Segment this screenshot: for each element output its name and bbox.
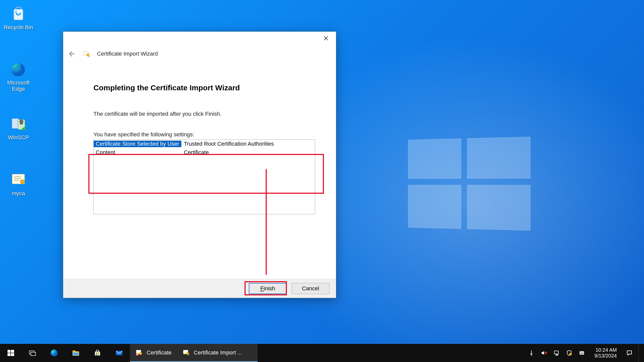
svg-rect-32 (96, 354, 97, 355)
svg-rect-23 (31, 352, 36, 355)
taskbar-pinned-file-explorer[interactable] (65, 344, 87, 362)
finish-button[interactable]: Finish (249, 283, 287, 294)
window-titlebar[interactable] (63, 32, 336, 46)
svg-rect-6 (20, 122, 23, 125)
svg-rect-27 (73, 352, 79, 355)
taskbar-app-certificate-import-wizard[interactable]: Certificate Import ... (177, 344, 258, 362)
back-arrow-icon (68, 50, 75, 57)
taskbar-pinned-edge[interactable] (43, 344, 65, 362)
desktop-icon-label: WinSCP (2, 134, 35, 141)
settings-value: Certificate (181, 149, 209, 156)
wizard-lead-text: The certificate will be imported after y… (93, 111, 321, 117)
svg-point-24 (51, 349, 58, 356)
settings-key: Certificate Store Selected by User (94, 141, 181, 147)
svg-point-42 (531, 355, 532, 356)
svg-rect-45 (554, 351, 558, 354)
desktop-icon-winscp[interactable]: WinSCP (2, 115, 35, 141)
svg-text:vm: vm (580, 352, 583, 354)
settings-row[interactable]: Certificate Store Selected by User Trust… (94, 140, 315, 148)
edge-icon (50, 349, 58, 357)
windows-logo-backdrop (408, 137, 530, 231)
file-explorer-icon (72, 349, 80, 357)
taskbar-app-label: Certificate Import ... (194, 349, 242, 356)
svg-rect-26 (73, 350, 76, 352)
desktop-icon-label: Recycle Bin (2, 24, 35, 30)
settings-key: Content (94, 149, 181, 156)
microsoft-store-icon (94, 349, 101, 357)
settings-value: Trusted Root Certification Authorities (181, 141, 274, 147)
svg-rect-38 (137, 354, 138, 355)
certificate-wizard-icon (83, 50, 90, 57)
svg-rect-46 (556, 354, 558, 355)
desktop-icon-label: Microsoft Edge (2, 79, 35, 92)
svg-rect-21 (11, 353, 14, 356)
cancel-button[interactable]: Cancel (292, 283, 329, 294)
settings-row[interactable]: Content Certificate (94, 148, 315, 157)
taskbar: Certificate Certificate Import ... ! vm … (0, 344, 644, 362)
task-view-button[interactable] (22, 344, 43, 362)
close-icon (323, 36, 328, 41)
svg-rect-30 (96, 352, 97, 354)
svg-text:!: ! (570, 353, 571, 355)
tray-vm-tools-icon[interactable]: vm (578, 349, 585, 356)
finish-button-mnemonic: F (260, 285, 264, 292)
show-desktop-button[interactable] (638, 344, 641, 362)
certificate-icon (135, 349, 143, 356)
svg-rect-20 (8, 353, 10, 356)
svg-rect-18 (8, 350, 10, 353)
desktop-icon-microsoft-edge[interactable]: Microsoft Edge (2, 60, 35, 92)
desktop-icon-recycle-bin[interactable]: Recycle Bin (2, 5, 35, 30)
task-view-icon (29, 349, 36, 357)
desktop-icon-label: myca (2, 190, 35, 196)
wizard-back-button[interactable] (68, 50, 76, 57)
certificate-wizard-icon (183, 349, 190, 356)
wizard-breadcrumb: Certificate Import Wizard (68, 50, 158, 57)
wizard-settings-list[interactable]: Certificate Store Selected by User Trust… (93, 139, 315, 214)
svg-point-40 (186, 352, 189, 355)
taskbar-app-label: Certificate (147, 349, 172, 356)
taskbar-pinned-store[interactable] (87, 344, 108, 362)
windows-logo-icon (7, 349, 15, 357)
wizard-heading: Completing the Certificate Import Wizard (93, 84, 321, 92)
svg-rect-34 (116, 351, 122, 355)
svg-rect-31 (98, 352, 99, 354)
tray-network-icon[interactable] (553, 349, 560, 356)
tray-action-center-icon[interactable] (626, 349, 633, 356)
winscp-icon (10, 115, 27, 133)
edge-icon (10, 60, 27, 78)
desktop-icon-myca[interactable]: myca (2, 171, 35, 196)
tray-volume-muted-icon[interactable] (540, 349, 548, 356)
taskbar-clock[interactable]: 10:24 AM 9/13/2024 (591, 347, 620, 359)
tray-security-icon[interactable]: ! (566, 349, 573, 356)
system-tray: ! vm 10:24 AM 9/13/2024 (528, 344, 644, 362)
wizard-settings-heading: You have specified the following setting… (93, 131, 321, 138)
mail-icon (115, 349, 123, 357)
svg-point-12 (20, 180, 24, 184)
finish-button-rest: inish (264, 285, 275, 292)
svg-point-36 (139, 352, 142, 355)
svg-rect-33 (98, 354, 99, 355)
wizard-title-crumb: Certificate Import Wizard (97, 51, 158, 57)
taskbar-pinned-mail[interactable] (108, 344, 130, 362)
tray-usb-icon[interactable] (528, 349, 535, 356)
start-button[interactable] (0, 344, 22, 362)
certificate-file-icon (10, 171, 27, 189)
svg-rect-19 (11, 350, 14, 353)
clock-time: 10:24 AM (594, 347, 617, 353)
window-close-button[interactable] (316, 32, 336, 45)
desktop: Recycle Bin Microsoft Edge WinSCP myca (0, 0, 644, 362)
clock-date: 9/13/2024 (594, 353, 617, 359)
taskbar-app-certificate[interactable]: Certificate (130, 344, 177, 362)
wizard-footer: Finish Cancel (63, 279, 336, 298)
certificate-import-wizard-window: Certificate Import Wizard Completing the… (63, 31, 336, 298)
svg-point-16 (87, 54, 89, 56)
recycle-bin-icon (10, 5, 27, 23)
